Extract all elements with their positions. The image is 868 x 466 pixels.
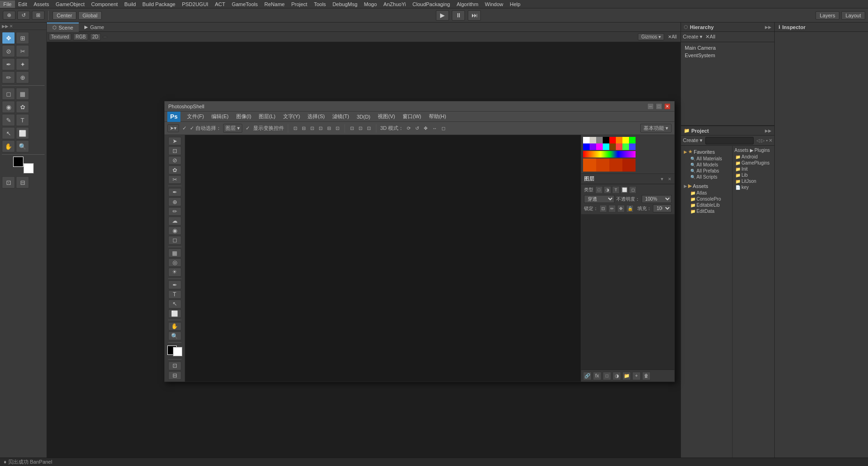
swatch-darkred[interactable] [609,158,622,172]
file-lib[interactable]: 📁 Lib [734,172,772,178]
menu-cloudpackaging[interactable]: CloudPackaging [409,0,453,8]
menu-rename[interactable]: ReName [261,0,288,8]
ps-align-right[interactable]: ⊡ [309,125,315,131]
scene-tool-textured[interactable]: Textured [49,33,71,40]
ps-select-type-btn[interactable]: 图层 ▾ [223,124,242,133]
swatch-black[interactable] [603,137,609,143]
swatch-reddishorange[interactable] [596,158,609,172]
tool-zoom[interactable]: 🔍 [16,140,29,152]
swatch-magenta[interactable] [596,143,603,150]
scene-all[interactable]: ✕All [666,34,679,40]
ps-tool-marquee[interactable]: ⊡ [168,146,181,155]
tool-rect[interactable]: ⊞ [16,32,29,44]
ps-tool-histbrush[interactable]: ◉ [168,226,181,235]
ps-tool-eyedropper[interactable]: ✒ [168,188,181,196]
ps-layer-mask-btn[interactable]: □ [603,372,611,380]
toolbar-global-btn[interactable]: Global [78,11,102,20]
scene-tool-effects[interactable] [103,36,107,38]
ps-layers-collapse[interactable]: ✕ [668,177,672,181]
menu-anzhuoyi[interactable]: AnZhuoYi [380,0,409,8]
scene-tool-2d[interactable]: 2D [90,33,101,40]
tool-brush[interactable]: ✏ [2,71,15,83]
ps-align-top[interactable]: ⊡ [317,125,324,131]
ps-menu-layer[interactable]: 图层(L) [255,112,279,121]
toolbar-layout-btn[interactable]: Layout [841,11,865,20]
tool-pen[interactable]: ✒ [2,58,15,70]
swatch-gray[interactable] [596,137,603,143]
menu-build-package[interactable]: Build Package [139,0,179,8]
ps-tool-move[interactable]: ➤ [168,137,181,145]
proj-icon2[interactable]: ▷ [761,138,765,143]
file-key[interactable]: 📄 key [734,184,772,190]
fav-all-prefabs[interactable]: 🔍 All Prefabs [689,168,730,174]
file-litjson[interactable]: 📁 LitJson [734,178,772,184]
file-android[interactable]: 📁 Android [734,154,772,160]
tool-path[interactable]: ✎ [2,114,15,126]
hierarchy-item-main-camera[interactable]: Main Camera [683,44,772,52]
step-button[interactable]: ⏭ [468,10,481,21]
scene-gizmos[interactable]: Gizmos ▾ [638,33,664,40]
ps-layer-new-btn[interactable]: + [632,372,641,380]
ps-tool-brush-ps[interactable]: ✏ [168,207,181,216]
menu-build[interactable]: Build [121,0,139,8]
ps-tool-extra1[interactable]: ⊡ [168,361,181,370]
ps-menu-edit[interactable]: 编辑(E) [208,112,232,121]
ps-align-center-v[interactable]: ⊟ [326,125,332,131]
assets-arrow[interactable]: ▶ [684,184,687,188]
ps-menu-image[interactable]: 图像(I) [232,112,255,121]
menu-gametools[interactable]: GameTools [228,0,261,8]
ps-menu-filter[interactable]: 滤镜(T) [329,112,353,121]
tools-close-icon[interactable]: ✕ [9,24,13,29]
ps-tool-eraser-ps[interactable]: ◻ [168,236,181,244]
tool-extra1[interactable]: ⊡ [2,176,15,188]
ps-3d-icon1[interactable]: ⟳ [405,125,412,131]
ps-menu-view[interactable]: 视图(V) [374,112,399,121]
ps-background-swatch[interactable] [173,347,182,356]
ps-kind-pixel[interactable]: □ [595,186,603,194]
ps-tool-pen-ps[interactable]: ✒ [168,280,181,289]
ps-3d-icon5[interactable]: ◻ [440,125,447,131]
menu-project[interactable]: Project [288,0,310,8]
ps-menu-file[interactable]: 文件(F) [183,112,208,121]
menu-gameobject[interactable]: GameObject [52,0,88,8]
ps-tool-extra2[interactable]: ⊟ [168,371,181,380]
ps-menu-3d[interactable]: 3D(D) [353,113,374,120]
file-init[interactable]: 📁 Init [734,166,772,172]
ps-tool-clone[interactable]: ☁ [168,217,181,225]
menu-component[interactable]: Component [88,0,121,8]
menu-tools[interactable]: Tools [311,0,329,8]
hierarchy-item-eventsystem[interactable]: EventSystem [683,52,772,59]
ps-auto-select-check[interactable]: ✓ [181,125,188,132]
proj-icon3[interactable]: ▪ [766,138,768,143]
ps-3d-icon4[interactable]: ↔ [431,125,438,131]
toolbar-pivot-btn[interactable]: ⊕ [3,11,15,20]
tab-scene[interactable]: ⬡ Scene [47,23,79,32]
tools-expand-icon[interactable]: ▶▶ [2,24,8,29]
scene-tool-rgb[interactable]: RGB [73,33,88,40]
swatch-white[interactable] [583,137,590,143]
ps-menu-text[interactable]: 文字(Y) [279,112,304,121]
fav-all-scripts[interactable]: 🔍 All Scripts [689,174,730,180]
swatch-blue[interactable] [583,143,590,150]
ps-tool-zoom-ps[interactable]: 🔍 [168,331,181,340]
ps-minimize-btn[interactable]: ─ [647,103,654,110]
ps-layer-delete-btn[interactable]: 🗑 [642,372,651,380]
tool-hand[interactable]: ✋ [2,140,15,152]
ps-kind-adjustment[interactable]: ◑ [604,186,611,194]
ps-tool-lasso[interactable]: ⊘ [168,156,181,165]
ps-menu-window[interactable]: 窗口(W) [399,112,425,121]
ps-kind-type[interactable]: T [612,186,620,194]
background-color[interactable] [23,163,34,173]
tool-extra2[interactable]: ⊟ [16,176,29,188]
ps-layer-fx-btn[interactable]: fx [593,372,601,380]
ps-lock-gradient[interactable]: ✏ [608,205,616,212]
asset-consolepro[interactable]: 📁 ConsolePro [689,196,730,202]
ps-dist-h[interactable]: ⊡ [349,125,355,131]
ps-dist-v[interactable]: ⊡ [357,125,364,131]
swatch-lightgray[interactable] [590,137,596,143]
ps-lock-all[interactable]: 🔒 [626,205,634,212]
ps-lock-pixel[interactable]: ⊡ [599,205,607,212]
tool-dodge[interactable]: ✿ [16,101,29,113]
swatch-red[interactable] [609,137,616,143]
tool-blur[interactable]: ◉ [2,101,15,113]
